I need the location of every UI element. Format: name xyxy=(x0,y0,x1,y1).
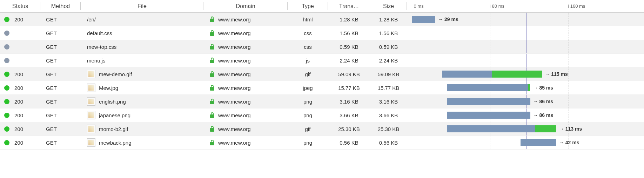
header-size[interactable]: Size xyxy=(370,0,407,12)
file-name: japanese.png xyxy=(99,112,130,118)
cell-status: 200 xyxy=(0,112,40,118)
waterfall-timing-label: → 29 ms xyxy=(438,17,458,22)
waterfall-bar[interactable]: → 29 ms xyxy=(412,16,458,23)
domain-name: www.mew.org xyxy=(218,140,251,146)
cell-transferred: 0.59 KB xyxy=(328,44,370,50)
request-row[interactable]: GETmew-top.csswww.mew.orgcss0.59 KB0.59 … xyxy=(0,40,644,54)
cell-method: GET xyxy=(40,85,81,91)
request-row[interactable]: GETmenu.jswww.mew.orgjs2.24 KB2.24 KB xyxy=(0,54,644,67)
cell-status xyxy=(0,31,40,36)
cell-method: GET xyxy=(40,58,81,64)
request-row[interactable]: 200GETmomo-b2.gifwww.mew.orggif25.30 KB2… xyxy=(0,122,644,136)
cell-status xyxy=(0,58,40,63)
table-body: 200GET/en/www.mew.orghtml1.28 KB1.28 KB→… xyxy=(0,13,644,150)
status-code: 200 xyxy=(14,140,23,146)
waterfall-wait-segment xyxy=(521,139,556,146)
cell-type: css xyxy=(288,30,328,36)
request-row[interactable]: 200GETenglish.pngwww.mew.orgpng3.16 KB3.… xyxy=(0,95,644,108)
status-dot-icon xyxy=(4,31,9,36)
waterfall-bar[interactable]: → 86 ms xyxy=(447,98,553,105)
cell-status: 200 xyxy=(0,126,40,132)
timeline-tick: 80 ms xyxy=(490,0,504,12)
file-name: default.css xyxy=(87,30,112,36)
cell-file: english.png xyxy=(81,97,203,106)
cell-file: momo-b2.gif xyxy=(81,125,203,133)
header-file[interactable]: File xyxy=(81,0,203,12)
file-name: Mew.jpg xyxy=(99,85,118,91)
waterfall-bar[interactable]: → 42 ms xyxy=(521,139,579,146)
file-name: /en/ xyxy=(87,17,96,22)
cell-type: png xyxy=(288,99,328,105)
request-row[interactable]: GETdefault.csswww.mew.orgcss1.56 KB1.56 … xyxy=(0,26,644,40)
waterfall-wait-segment xyxy=(447,98,530,105)
lock-icon xyxy=(210,16,215,22)
timeline-tick: 0 ms xyxy=(412,0,424,12)
cell-transferred: 25.30 KB xyxy=(328,126,370,132)
lock-icon xyxy=(210,98,215,105)
lock-icon xyxy=(210,126,215,132)
waterfall-timing-label: → 115 ms xyxy=(545,71,568,77)
header-method[interactable]: Method xyxy=(40,0,81,12)
lock-icon xyxy=(210,30,215,36)
file-name: mewback.png xyxy=(99,140,132,146)
file-name: momo-b2.gif xyxy=(99,126,128,132)
header-transferred[interactable]: Trans… xyxy=(328,0,370,12)
request-row[interactable]: 200GETmewback.pngwww.mew.orgpng0.56 KB0.… xyxy=(0,136,644,150)
timeline-marker xyxy=(526,40,527,53)
cell-transferred: 1.56 KB xyxy=(328,30,370,36)
status-dot-icon xyxy=(4,140,9,145)
cell-transferred: 2.24 KB xyxy=(328,58,370,64)
waterfall-timing-label: → 86 ms xyxy=(533,99,554,104)
waterfall-wait-segment xyxy=(447,84,528,91)
waterfall-wait-segment xyxy=(412,16,436,23)
timeline-marker xyxy=(526,26,527,40)
request-row[interactable]: 200GETmew-demo.gifwww.mew.orggif59.09 KB… xyxy=(0,67,644,81)
header-type[interactable]: Type xyxy=(288,0,328,12)
cell-size: 15.77 KB xyxy=(370,85,407,91)
waterfall-timing-label: → 85 ms xyxy=(533,85,554,91)
cell-size: 59.09 KB xyxy=(370,71,407,77)
file-thumbnail-icon xyxy=(87,125,95,133)
cell-timeline xyxy=(407,26,644,40)
header-domain[interactable]: Domain xyxy=(203,0,288,12)
file-thumbnail-icon xyxy=(87,111,95,119)
request-row[interactable]: 200GET/en/www.mew.orghtml1.28 KB1.28 KB→… xyxy=(0,13,644,26)
cell-size: 3.16 KB xyxy=(370,99,407,105)
file-thumbnail-icon xyxy=(87,84,95,92)
status-code: 200 xyxy=(14,99,23,105)
cell-status xyxy=(0,44,40,50)
cell-method: GET xyxy=(40,112,81,118)
cell-method: GET xyxy=(40,126,81,132)
lock-icon xyxy=(210,57,215,64)
cell-type: png xyxy=(288,140,328,146)
timeline-gridline xyxy=(568,40,569,53)
lock-icon xyxy=(210,139,215,146)
lock-icon xyxy=(210,85,215,91)
waterfall-receive-segment xyxy=(528,84,530,91)
status-code: 200 xyxy=(14,112,23,118)
lock-icon xyxy=(210,44,215,50)
timeline-gridline xyxy=(490,26,490,40)
file-name: menu.js xyxy=(87,58,106,64)
cell-timeline: → 86 ms xyxy=(407,95,644,108)
request-row[interactable]: 200GETMew.jpgwww.mew.orgjpeg15.77 KB15.7… xyxy=(0,81,644,95)
waterfall-bar[interactable]: → 115 ms xyxy=(442,71,568,78)
cell-size: 2.24 KB xyxy=(370,58,407,64)
cell-file: /en/ xyxy=(81,17,203,22)
cell-file: japanese.png xyxy=(81,111,203,119)
request-row[interactable]: 200GETjapanese.pngwww.mew.orgpng3.66 KB3… xyxy=(0,108,644,122)
cell-timeline: → 85 ms xyxy=(407,81,644,94)
cell-type: gif xyxy=(288,71,328,77)
waterfall-bar[interactable]: → 113 ms xyxy=(447,125,582,132)
header-status[interactable]: Status xyxy=(0,0,40,12)
timeline-gridline xyxy=(568,67,569,81)
header-timeline[interactable]: 0 ms80 ms160 ms xyxy=(407,0,644,12)
status-code: 200 xyxy=(14,85,23,91)
cell-file: mew-demo.gif xyxy=(81,70,203,78)
waterfall-timing-label: → 42 ms xyxy=(559,140,579,145)
status-dot-icon xyxy=(4,44,9,50)
waterfall-bar[interactable]: → 85 ms xyxy=(447,84,553,91)
cell-transferred: 15.77 KB xyxy=(328,85,370,91)
cell-timeline xyxy=(407,54,644,67)
waterfall-bar[interactable]: → 86 ms xyxy=(447,112,553,119)
